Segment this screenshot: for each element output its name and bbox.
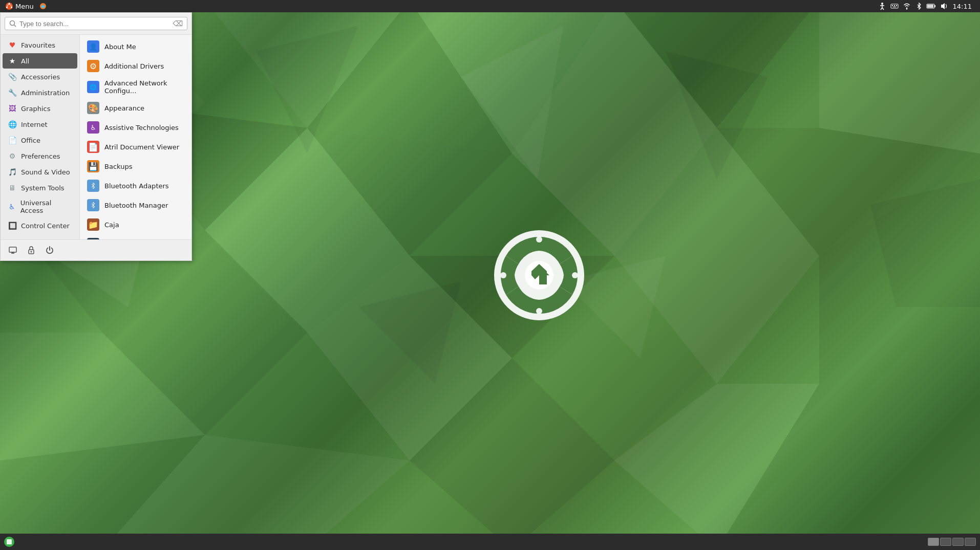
svg-point-35	[536, 236, 542, 243]
svg-rect-52	[894, 5, 895, 6]
cat-internet[interactable]: 🌐 Internet	[3, 117, 77, 132]
svg-point-45	[881, 3, 883, 5]
workspace-3[interactable]	[952, 538, 964, 546]
accessibility-icon[interactable]	[877, 1, 887, 11]
app-atril-icon: 📄	[87, 141, 99, 153]
app-bluetooth-adapters-label: Bluetooth Adapters	[104, 182, 169, 190]
app-about-me[interactable]: 👤 About Me	[80, 37, 191, 56]
categories-panel: ♥ Favourites ★ All 📎 Accessories 🔧 Admin…	[1, 35, 80, 239]
cat-universal-access[interactable]: ♿ Universal Access	[3, 196, 77, 217]
svg-point-37	[500, 272, 506, 278]
cat-preferences-label: Preferences	[21, 152, 60, 160]
app-advanced-network[interactable]: 🌐 Advanced Network Configu...	[80, 76, 191, 98]
app-assistive-tech-icon: ♿	[87, 121, 99, 134]
svg-point-66	[31, 251, 32, 253]
app-assistive-tech[interactable]: ♿ Assistive Technologies	[80, 118, 191, 137]
app-bluetooth-adapters[interactable]: Bluetooth Adapters	[80, 176, 191, 195]
app-advanced-network-label: Advanced Network Configu...	[104, 79, 184, 95]
svg-point-55	[906, 8, 907, 9]
cat-control-center-label: Control Center	[21, 222, 70, 230]
cat-office-label: Office	[21, 137, 40, 144]
app-atril-label: Atril Document Viewer	[104, 143, 179, 151]
taskbar-right	[928, 538, 980, 546]
search-input[interactable]	[19, 20, 169, 28]
cat-internet-label: Internet	[21, 121, 48, 128]
cat-accessories-label: Accessories	[21, 73, 60, 81]
all-icon: ★	[8, 56, 17, 65]
cat-preferences[interactable]: ⚙ Preferences	[3, 148, 77, 164]
app-additional-drivers[interactable]: ⚙ Additional Drivers	[80, 56, 191, 76]
svg-rect-54	[893, 7, 896, 7]
bluetooth-panel-icon[interactable]	[914, 1, 924, 11]
firefox-icon[interactable]	[38, 1, 48, 11]
cat-sound-video[interactable]: 🎵 Sound & Video	[3, 164, 77, 180]
cat-administration-label: Administration	[21, 89, 70, 97]
app-celluloid[interactable]: ▶ Celluloid	[80, 234, 191, 239]
menu-button[interactable]: Menu	[2, 0, 37, 12]
cat-all-label: All	[21, 57, 29, 65]
battery-icon[interactable]	[926, 1, 936, 11]
app-bluetooth-manager-icon	[87, 199, 99, 211]
app-backups[interactable]: 💾 Backups	[80, 157, 191, 176]
cat-all[interactable]: ★ All	[3, 53, 77, 69]
clock: 14:11	[951, 3, 974, 10]
cat-control-center[interactable]: 🔲 Control Center	[3, 218, 77, 233]
network-icon[interactable]	[902, 1, 912, 11]
app-caja-label: Caja	[104, 221, 119, 229]
workspace-1[interactable]	[928, 538, 939, 546]
app-about-me-icon: 👤	[87, 40, 99, 53]
system-tools-icon: 🖥	[8, 183, 17, 192]
app-backups-label: Backups	[104, 163, 132, 170]
keyboard-icon[interactable]	[889, 1, 900, 11]
workspace-4[interactable]	[965, 538, 976, 546]
search-wrap: ⌫	[5, 17, 187, 30]
app-appearance[interactable]: 🎨 Appearance	[80, 98, 191, 118]
cat-office[interactable]: 📄 Office	[3, 133, 77, 148]
svg-line-49	[882, 8, 884, 10]
svg-marker-7	[819, 0, 980, 153]
office-icon: 📄	[8, 136, 17, 145]
cat-graphics[interactable]: 🖼 Graphics	[3, 101, 77, 116]
sound-video-icon: 🎵	[8, 167, 17, 177]
search-icon	[9, 20, 16, 27]
lock-button[interactable]	[24, 243, 38, 257]
taskbar-app-icon	[4, 537, 14, 547]
panel-right: 14:11	[877, 1, 978, 11]
cat-graphics-label: Graphics	[21, 105, 50, 113]
cat-system-tools-label: System Tools	[21, 184, 65, 192]
svg-rect-58	[927, 5, 933, 8]
app-list: 👤 About Me ⚙ Additional Drivers 🌐 Advanc…	[80, 35, 191, 239]
app-appearance-icon: 🎨	[87, 102, 99, 114]
app-caja[interactable]: 📁 Caja	[80, 215, 191, 234]
cat-administration[interactable]: 🔧 Administration	[3, 85, 77, 100]
svg-rect-67	[7, 539, 12, 544]
control-center-icon: 🔲	[8, 221, 17, 230]
svg-point-38	[572, 272, 578, 278]
svg-rect-53	[896, 5, 897, 6]
desktop-logo	[493, 229, 585, 321]
app-bluetooth-manager[interactable]: Bluetooth Manager	[80, 195, 191, 215]
bottom-taskbar	[0, 534, 980, 550]
cat-universal-access-label: Universal Access	[20, 199, 72, 214]
administration-icon: 🔧	[8, 88, 17, 97]
app-backups-icon: 💾	[87, 160, 99, 172]
screensaver-button[interactable]	[6, 243, 20, 257]
app-advanced-network-icon: 🌐	[87, 81, 99, 93]
app-about-me-label: About Me	[104, 43, 136, 51]
volume-icon[interactable]	[939, 1, 949, 11]
power-button[interactable]	[42, 243, 57, 257]
cat-system-tools[interactable]: 🖥 System Tools	[3, 180, 77, 195]
workspace-2[interactable]	[940, 538, 951, 546]
app-atril[interactable]: 📄 Atril Document Viewer	[80, 137, 191, 157]
app-bluetooth-manager-label: Bluetooth Manager	[104, 202, 168, 209]
svg-line-60	[14, 25, 16, 27]
taskbar-app[interactable]	[0, 534, 18, 550]
svg-point-40	[9, 3, 10, 5]
internet-icon: 🌐	[8, 120, 17, 129]
search-clear[interactable]: ⌫	[173, 19, 183, 28]
preferences-icon: ⚙	[8, 151, 17, 161]
menu-actions	[1, 239, 191, 260]
cat-accessories[interactable]: 📎 Accessories	[3, 69, 77, 84]
svg-rect-51	[892, 5, 893, 6]
cat-favourites[interactable]: ♥ Favourites	[3, 37, 77, 53]
